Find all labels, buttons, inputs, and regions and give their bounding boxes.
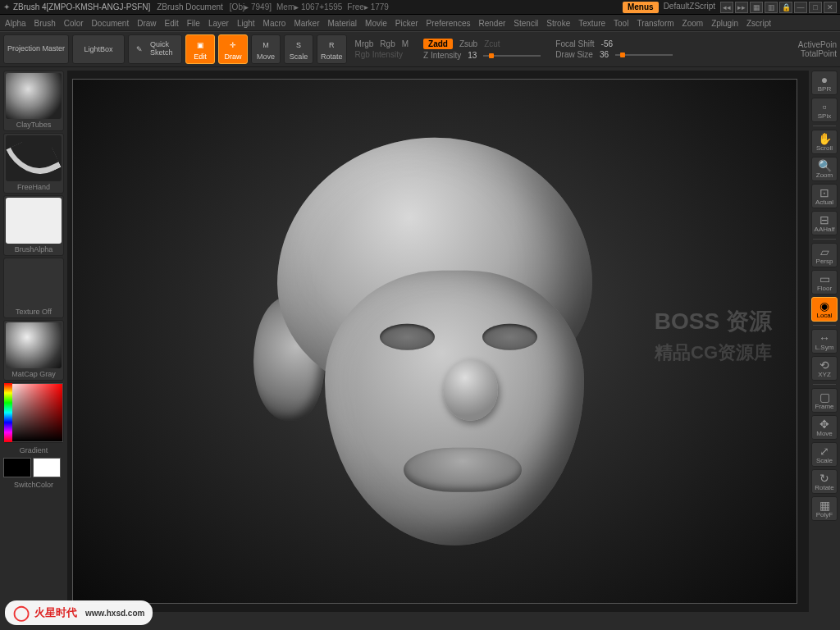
swatch-white[interactable] [33,458,61,477]
draw-button[interactable]: ✛Draw [218,34,248,64]
quick-sketch-label: Quick Sketch [150,41,178,57]
menu-preferences[interactable]: Preferences [427,18,471,29]
minimize-icon[interactable]: — [794,2,807,13]
viewport[interactable]: BOSS 资源 精品CG资源库 [67,71,809,612]
menu-brush[interactable]: Brush [34,18,56,29]
edit-label: Edit [194,52,207,61]
menu-zoom[interactable]: Zoom [682,18,704,29]
active-points-label: ActivePoin [798,40,837,49]
menu-light[interactable]: Light [237,18,255,29]
zsub-button[interactable]: Zsub [459,39,477,48]
right-persp-button[interactable]: ▱Persp [811,243,838,267]
texture-label: Texture Off [16,306,52,316]
menu-draw[interactable]: Draw [137,18,156,29]
zcut-button[interactable]: Zcut [484,39,500,48]
site-watermark-url: www.hxsd.com [85,609,144,618]
menu-picker[interactable]: Picker [395,18,418,29]
menu-document[interactable]: Document [92,18,130,29]
menu-zplugin[interactable]: Zplugin [711,18,738,29]
brush-selector[interactable]: ClayTubes [3,71,64,131]
menus-button[interactable]: Menus [623,2,659,13]
right-bpr-button[interactable]: ●BPR [811,71,838,95]
free-stat: Free▸ 1779 [347,2,389,11]
gradient-label[interactable]: Gradient [3,445,64,454]
projection-master-button[interactable]: Projection Master [3,34,69,64]
right-local-button[interactable]: ◉Local [811,297,838,322]
right-spix-button[interactable]: ▫SPix [811,98,838,122]
right-scroll-button[interactable]: ✋Scroll [811,130,838,154]
m-button[interactable]: M [402,39,409,48]
menu-zscript[interactable]: Zscript [746,18,771,29]
menu-material[interactable]: Material [328,18,358,29]
swatch-black[interactable] [3,458,31,477]
scale-button[interactable]: SScale [284,34,313,64]
menu-alpha[interactable]: Alpha [5,18,26,29]
move-button[interactable]: MMove [251,34,281,64]
lightbox-button[interactable]: LightBox [72,34,125,64]
menu-stroke[interactable]: Stroke [546,18,570,29]
polyf-label: PolyF [816,511,833,518]
stroke-label: FreeHand [17,181,50,191]
scale-icon: S [291,38,306,52]
menu-color[interactable]: Color [64,18,84,29]
right-frame-button[interactable]: ▢Frame [811,388,838,413]
projection-master-label: Projection Master [7,45,65,53]
menu-layer[interactable]: Layer [208,18,229,29]
total-points-label: TotalPoint [798,49,837,58]
right-scale-button[interactable]: ⤢Scale [811,442,838,467]
default-zscript[interactable]: DefaultZScript [660,2,719,13]
stroke-selector[interactable]: FreeHand [3,133,64,194]
layout1-icon[interactable]: ▦ [750,2,763,13]
right-actual-button[interactable]: ⊡Actual [811,184,838,208]
z-intensity-slider[interactable] [483,55,541,57]
menu-bar: AlphaBrushColorDocumentDrawEditFileLayer… [0,15,840,31]
mrgb-button[interactable]: Mrgb [355,39,374,48]
menu-file[interactable]: File [187,18,200,29]
rotate-button[interactable]: RRotate [317,34,347,64]
right-shelf: ●BPR▫SPix✋Scroll🔍Zoom⊡Actual⊟AAHalf▱Pers… [809,67,840,615]
next-icon[interactable]: ▸▸ [735,2,748,13]
menu-render[interactable]: Render [479,18,506,29]
menu-texture[interactable]: Texture [578,18,605,29]
material-selector[interactable]: MatCap Gray [3,320,64,381]
main-toolbar: Projection Master LightBox ✎ Quick Sketc… [0,31,840,67]
menu-stencil[interactable]: Stencil [514,18,538,29]
alpha-selector[interactable]: BrushAlpha [3,195,64,256]
menu-marker[interactable]: Marker [294,18,319,29]
edit-button[interactable]: ▣Edit [185,34,215,64]
menu-movie[interactable]: Movie [365,18,387,29]
bpr-icon: ● [821,74,828,85]
z-intensity-value[interactable]: 13 [468,51,477,60]
menu-macro[interactable]: Macro [263,18,286,29]
focal-shift-label: Focal Shift [555,39,594,48]
texture-selector[interactable]: Texture Off [3,258,64,318]
zadd-button[interactable]: Zadd [423,39,453,49]
right-aahalf-button[interactable]: ⊟AAHalf [811,211,838,235]
close-icon[interactable]: ✕ [824,2,837,13]
switch-color-button[interactable]: SwitchColor [3,479,64,489]
focal-shift-value[interactable]: -56 [601,39,613,48]
floor-icon: ▭ [819,273,830,285]
left-shelf: ClayTubes FreeHand BrushAlpha Texture Of… [0,67,67,615]
lsym-label: L.Sym [815,344,834,351]
draw-size-slider[interactable] [615,54,673,56]
color-picker[interactable] [3,382,64,443]
menu-tool[interactable]: Tool [614,18,628,29]
right-floor-button[interactable]: ▭Floor [811,270,838,294]
right-polyf-button[interactable]: ▦PolyF [811,496,838,521]
right-lsym-button[interactable]: ↔L.Sym [811,329,838,354]
menu-edit[interactable]: Edit [165,18,179,29]
right-rotate-button[interactable]: ↻Rotate [811,469,838,494]
right-move-button[interactable]: ✥Move [811,415,838,440]
maximize-icon[interactable]: □ [809,2,822,13]
prev-icon[interactable]: ◂◂ [720,2,733,13]
rgb-button[interactable]: Rgb [380,39,395,48]
menu-transform[interactable]: Transform [637,18,673,29]
quick-sketch-button[interactable]: ✎ Quick Sketch [128,34,182,64]
draw-size-value[interactable]: 36 [600,50,609,59]
layout2-icon[interactable]: ▥ [765,2,778,13]
lock-icon[interactable]: 🔒 [779,2,792,13]
right-zoom-button[interactable]: 🔍Zoom [811,157,838,181]
move-icon: ✥ [819,418,829,430]
right-xyz-button[interactable]: ⟲XYZ [811,356,838,381]
